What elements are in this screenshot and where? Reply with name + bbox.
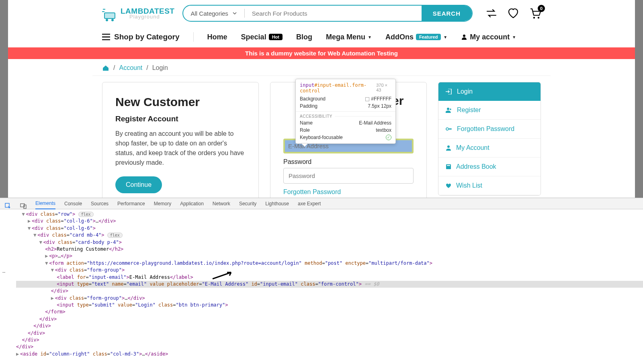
logo[interactable]: LAMBDATEST Playground [102,5,174,22]
caret-icon: ▼ [368,35,372,39]
devtools-tabs: Elements Console Sources Performance Mem… [0,198,643,209]
tt-name-value: E-Mail Address [359,120,391,126]
tab-network[interactable]: Network [213,198,230,209]
tt-bg-label: Background [300,96,326,102]
nav-special[interactable]: Special Hot [241,33,283,41]
nav-home[interactable]: Home [207,33,227,41]
breadcrumb-account[interactable]: Account [119,64,142,72]
new-customer-subtitle: Register Account [115,115,246,123]
hot-badge: Hot [269,34,283,40]
svg-point-2 [111,19,114,21]
sidebar-forgotten[interactable]: Forgotten Password [438,120,541,139]
account-sidebar: Login Register Forgotten Password My Acc… [438,82,541,198]
nav-blog[interactable]: Blog [296,33,312,41]
search-input[interactable] [245,6,422,21]
devtools-dom-tree[interactable]: … ▼<div class="row"> flex ▶<div class="c… [0,209,643,364]
svg-rect-0 [104,13,115,18]
category-select-label: All Categories [190,10,228,17]
tt-role-label: Role [300,127,310,133]
nav-separator [193,32,194,42]
caret-icon: ▼ [512,35,516,39]
svg-rect-12 [447,165,450,166]
tab-security[interactable]: Security [239,198,256,209]
shop-label: Shop by Category [114,33,180,41]
sidebar-address[interactable]: Address Book [438,157,541,176]
inspect-icon[interactable] [5,200,11,207]
new-customer-card: New Customer Register Account By creatin… [102,82,259,198]
sidebar-myaccount[interactable]: My Account [438,139,541,157]
tooltip-dimensions: 370 × 43 [376,83,391,92]
notice-banner: This is a dummy website for Web Automati… [8,47,635,59]
login-icon [446,89,452,94]
header: LAMBDATEST Playground All Categories SEA… [92,0,551,22]
svg-point-10 [447,145,450,148]
password-input[interactable] [283,168,414,184]
tab-console[interactable]: Console [64,198,82,209]
home-icon[interactable] [102,65,109,71]
tt-role-value: textbox [376,127,391,133]
breadcrumb-login: Login [152,64,168,72]
devtools-panel: Elements Console Sources Performance Mem… [0,198,643,364]
tab-sources[interactable]: Sources [91,198,109,209]
wishlist-icon[interactable] [507,7,519,19]
user-icon [461,34,467,40]
check-icon: ✓ [386,135,391,140]
inspector-tooltip: input#input-email.form-control 370 × 43 … [295,79,396,144]
sidebar-wishlist[interactable]: Wish List [438,176,541,195]
search-bar: All Categories SEARCH [182,5,473,22]
tab-lighthouse[interactable]: Lighthouse [265,198,289,209]
svg-point-1 [106,19,108,21]
tt-pad-value: 7.5px 12px [368,103,391,109]
compare-icon[interactable] [485,7,498,19]
breadcrumb-sep: / [146,64,148,72]
tt-name-label: Name [300,120,313,126]
annotation-arrow [211,271,235,280]
device-icon[interactable] [20,200,27,207]
svg-rect-4 [102,11,104,12]
forgot-password-link[interactable]: Forgotten Password [283,188,341,195]
user-icon [446,145,451,151]
tt-bg-value: #FFFFFF [365,96,391,102]
featured-badge: Featured [416,34,441,40]
heart-icon [446,183,451,188]
nav-account[interactable]: My account ▼ [461,33,516,41]
logo-icon [102,5,119,22]
tab-memory[interactable]: Memory [154,198,171,209]
header-icons: 0 [485,7,541,19]
svg-point-9 [446,128,448,130]
breadcrumb: / Account / Login [92,58,551,76]
svg-point-8 [447,108,449,110]
menu-icon [102,34,110,40]
sidebar-register[interactable]: Register [438,101,541,120]
tooltip-selector: input#input-email.form-control [300,82,376,94]
new-customer-body: By creating an account you will be able … [115,129,246,168]
cart-icon[interactable]: 0 [529,7,541,19]
main-nav: Shop by Category Home Special Hot Blog M… [92,22,551,47]
breadcrumb-sep: / [113,64,115,72]
tab-axe[interactable]: axe Expert [298,198,321,209]
tab-application[interactable]: Application [180,198,204,209]
caret-icon: ▼ [443,35,447,39]
sidebar-login[interactable]: Login [438,82,541,101]
continue-button[interactable]: Continue [115,176,162,193]
search-button[interactable]: SEARCH [422,6,472,21]
svg-point-7 [463,35,465,37]
tab-performance[interactable]: Performance [117,198,145,209]
tt-pad-label: Padding [300,103,317,109]
tt-access-label: ACCESSIBILITY [300,114,332,119]
svg-rect-3 [103,9,105,10]
nav-addons[interactable]: AddOns Featured ▼ [385,33,447,41]
shop-by-category[interactable]: Shop by Category [102,33,180,41]
svg-point-5 [533,17,535,18]
new-customer-title: New Customer [115,95,246,109]
logo-sub-text: Playground [129,14,174,19]
svg-point-6 [538,17,539,18]
key-icon [446,126,452,132]
category-select[interactable]: All Categories [183,9,244,18]
svg-rect-11 [446,164,451,169]
chevron-down-icon [232,11,237,16]
nav-mega[interactable]: Mega Menu ▼ [326,33,372,41]
cart-count-badge: 0 [538,5,545,12]
tab-elements[interactable]: Elements [35,198,55,209]
register-icon [446,107,452,113]
